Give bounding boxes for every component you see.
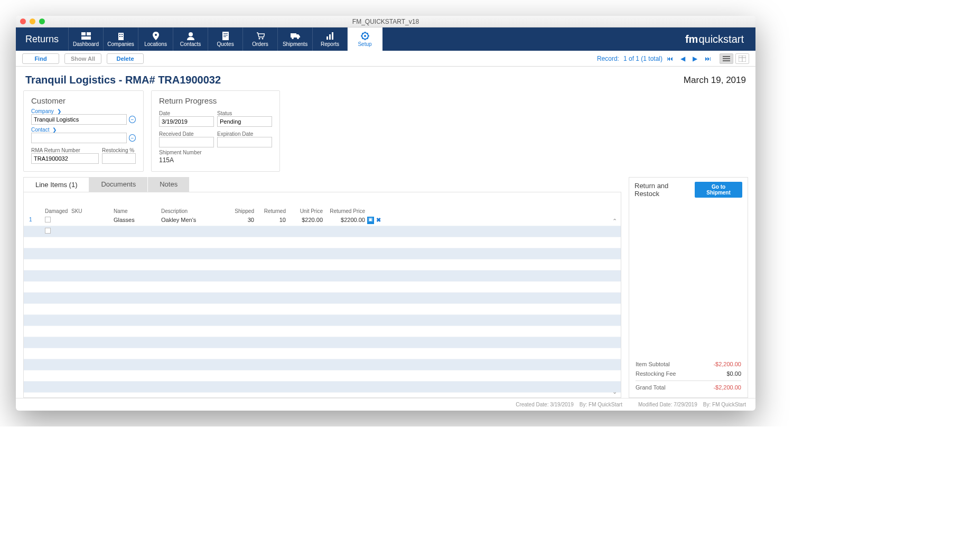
svg-rect-24 bbox=[723, 56, 730, 57]
nav-label: Quotes bbox=[217, 41, 234, 47]
progress-panel: Return Progress Date Status Received Dat… bbox=[151, 90, 280, 172]
scroll-down-icon[interactable]: ⌄ bbox=[612, 388, 620, 395]
created-info: Created Date: 3/19/2019 By: FM QuickStar… bbox=[516, 402, 622, 407]
svg-rect-0 bbox=[81, 32, 86, 35]
go-to-shipment-button[interactable]: Go to Shipment bbox=[695, 182, 742, 198]
nav-dashboard[interactable]: Dashboard bbox=[69, 27, 104, 51]
brand-body: quickstart bbox=[698, 33, 744, 45]
brand-prefix: fm bbox=[685, 33, 698, 45]
table-row[interactable] bbox=[24, 271, 621, 282]
expiration-input[interactable] bbox=[217, 137, 272, 147]
status-input[interactable] bbox=[217, 116, 272, 127]
rma-input[interactable] bbox=[31, 153, 99, 164]
col-sku: SKU bbox=[70, 208, 113, 214]
tab-documents[interactable]: Documents bbox=[89, 177, 148, 192]
svg-rect-6 bbox=[119, 36, 120, 37]
table-row[interactable] bbox=[24, 237, 621, 248]
app-window: FM_QUICKSTART_v18 Returns Dashboard Comp… bbox=[16, 16, 755, 411]
table-row[interactable] bbox=[24, 226, 621, 237]
nav-companies[interactable]: Companies bbox=[104, 27, 138, 51]
company-input[interactable] bbox=[31, 114, 127, 125]
nav-label: Reports bbox=[321, 41, 339, 47]
svg-rect-20 bbox=[329, 34, 331, 40]
col-name: Name bbox=[113, 208, 160, 214]
contact-input[interactable] bbox=[31, 133, 127, 143]
clear-company-icon[interactable]: − bbox=[129, 116, 136, 123]
gear-icon bbox=[360, 32, 370, 40]
customer-panel-title: Customer bbox=[31, 96, 136, 105]
table-row[interactable] bbox=[24, 359, 621, 370]
svg-rect-21 bbox=[332, 32, 333, 40]
table-row[interactable] bbox=[24, 315, 621, 326]
sidebar-title: Return and Restock bbox=[634, 182, 695, 198]
nav-reports[interactable]: Reports bbox=[313, 27, 348, 51]
chart-icon bbox=[325, 32, 335, 40]
date-input[interactable] bbox=[159, 116, 214, 127]
delete-row-icon[interactable]: ✖ bbox=[376, 217, 381, 224]
customer-panel: Customer Company❯ − Contact❯ − RMA Retur… bbox=[23, 90, 144, 172]
truck-icon bbox=[291, 32, 300, 40]
svg-rect-10 bbox=[222, 32, 229, 40]
tab-notes[interactable]: Notes bbox=[148, 177, 190, 192]
table-row[interactable] bbox=[24, 282, 621, 293]
svg-point-14 bbox=[258, 38, 260, 39]
footer: Created Date: 3/19/2019 By: FM QuickStar… bbox=[16, 398, 755, 411]
cell-returned-price: $2200.00 bbox=[324, 216, 366, 225]
progress-panel-title: Return Progress bbox=[159, 96, 272, 105]
nav-locations[interactable]: Locations bbox=[138, 27, 173, 51]
table-row[interactable] bbox=[24, 248, 621, 259]
record-label: Record: bbox=[597, 55, 619, 62]
svg-rect-5 bbox=[122, 34, 123, 35]
fee-value: $0.00 bbox=[726, 370, 741, 377]
nav-label: Setup bbox=[358, 41, 371, 47]
nav-quotes[interactable]: Quotes bbox=[208, 27, 243, 51]
table-row[interactable] bbox=[24, 337, 621, 348]
restocking-label: Restocking % bbox=[102, 147, 136, 153]
table-row[interactable] bbox=[24, 326, 621, 337]
form-view-icon[interactable] bbox=[720, 53, 733, 64]
svg-rect-7 bbox=[122, 36, 123, 37]
dashboard-icon bbox=[81, 32, 91, 40]
pin-icon bbox=[151, 32, 161, 40]
table-row[interactable] bbox=[24, 259, 621, 271]
scroll-up-icon[interactable]: ⌃ bbox=[612, 218, 620, 225]
svg-rect-1 bbox=[87, 32, 91, 35]
table-view-icon[interactable] bbox=[735, 53, 749, 64]
table-row[interactable] bbox=[24, 293, 621, 304]
delete-button[interactable]: Delete bbox=[107, 53, 144, 64]
cell-name: Glasses bbox=[113, 216, 160, 225]
col-shipped: Shipped bbox=[223, 208, 255, 214]
clear-contact-icon[interactable]: − bbox=[129, 134, 136, 142]
nav-setup[interactable]: Setup bbox=[348, 27, 382, 51]
svg-point-9 bbox=[189, 32, 193, 36]
restocking-input[interactable] bbox=[102, 153, 136, 164]
find-button[interactable]: Find bbox=[22, 53, 59, 64]
tab-line-items[interactable]: Line Items (1) bbox=[23, 177, 89, 192]
contact-link[interactable]: Contact❯ bbox=[31, 127, 136, 133]
nav-contacts[interactable]: Contacts bbox=[173, 27, 208, 51]
window-title: FM_QUICKSTART_v18 bbox=[16, 18, 755, 25]
next-record-icon[interactable]: ▶ bbox=[693, 55, 697, 62]
image-icon[interactable]: ▣ bbox=[367, 217, 374, 224]
table-row[interactable] bbox=[24, 382, 621, 393]
damaged-checkbox[interactable] bbox=[45, 217, 51, 222]
first-record-icon[interactable]: ⏮ bbox=[667, 55, 673, 62]
nav-orders[interactable]: Orders bbox=[243, 27, 278, 51]
nav-shipments[interactable]: Shipments bbox=[278, 27, 313, 51]
expiration-label: Expiration Date bbox=[217, 131, 272, 137]
table-row[interactable] bbox=[24, 370, 621, 382]
table-row[interactable]: 1 Glasses Oakley Men's 30 10 $220.00 $22… bbox=[24, 215, 621, 226]
prev-record-icon[interactable]: ◀ bbox=[680, 55, 685, 62]
show-all-button[interactable]: Show All bbox=[64, 53, 101, 64]
table-row[interactable] bbox=[24, 348, 621, 359]
subtotal-label: Item Subtotal bbox=[636, 361, 670, 367]
record-position: 1 of 1 (1 total) bbox=[623, 55, 662, 62]
last-record-icon[interactable]: ⏭ bbox=[705, 55, 711, 62]
page-header: Tranquil Logistics - RMA# TRA1900032 Mar… bbox=[16, 67, 755, 90]
grand-value: -$2,200.00 bbox=[713, 384, 741, 391]
table-row[interactable] bbox=[24, 304, 621, 315]
company-link[interactable]: Company❯ bbox=[31, 108, 136, 114]
svg-rect-13 bbox=[223, 36, 226, 37]
damaged-checkbox[interactable] bbox=[45, 228, 51, 234]
received-input[interactable] bbox=[159, 137, 214, 147]
